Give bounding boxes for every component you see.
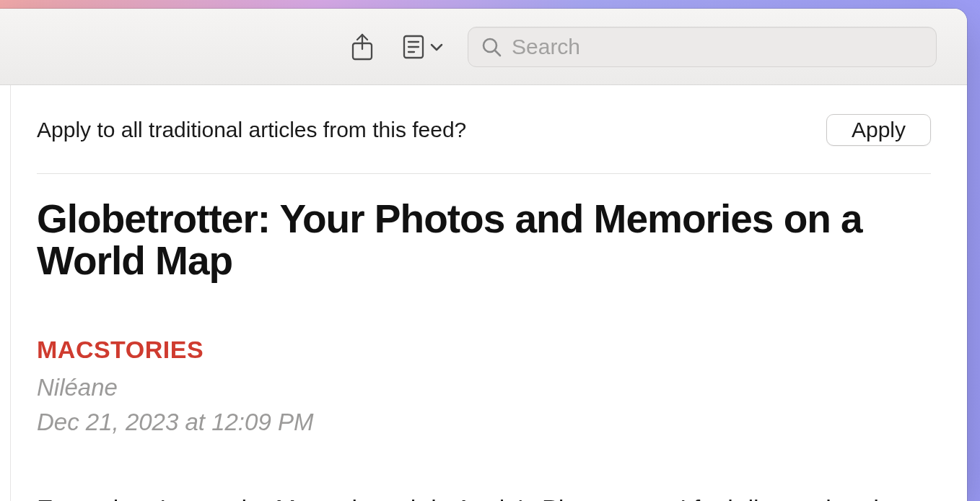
article-source[interactable]: MACSTORIES (37, 336, 931, 364)
article-body-paragraph: Every time I open the Memories tab in Ap… (37, 489, 896, 502)
article-author: Niléane (37, 374, 931, 401)
apply-button[interactable]: Apply (826, 114, 931, 146)
share-icon (351, 33, 374, 61)
chevron-down-icon (430, 43, 443, 51)
toolbar (0, 9, 967, 85)
article-headline: Globetrotter: Your Photos and Memories o… (37, 199, 931, 282)
search-field[interactable] (468, 27, 937, 67)
search-input[interactable] (512, 35, 923, 59)
document-icon (403, 35, 424, 59)
apply-prompt-text: Apply to all traditional articles from t… (37, 118, 466, 142)
apply-bar: Apply to all traditional articles from t… (37, 114, 931, 174)
share-button[interactable] (346, 31, 378, 63)
article-meta: MACSTORIES Niléane Dec 21, 2023 at 12:09… (37, 336, 931, 436)
app-window: Apply to all traditional articles from t… (0, 9, 967, 501)
reader-view-menu[interactable] (403, 35, 443, 59)
search-icon (481, 37, 502, 57)
svg-line-6 (495, 51, 500, 56)
article-date: Dec 21, 2023 at 12:09 PM (37, 409, 931, 436)
article-pane: Apply to all traditional articles from t… (10, 85, 967, 501)
